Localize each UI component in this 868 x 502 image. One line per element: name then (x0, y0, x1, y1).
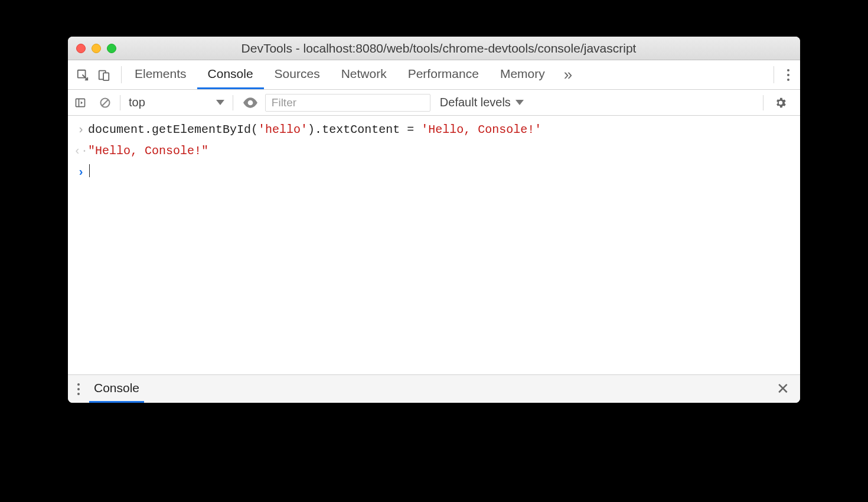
clear-console-icon[interactable] (93, 90, 118, 116)
console-settings-icon[interactable] (766, 96, 795, 109)
drawer-tab-label: Console (94, 381, 139, 395)
console-code: document.getElementById('hello').textCon… (88, 120, 541, 139)
tab-label: Network (341, 67, 387, 81)
customize-devtools-button[interactable] (776, 60, 800, 89)
tab-network[interactable]: Network (331, 60, 397, 89)
console-prompt-input[interactable] (88, 163, 90, 182)
tab-label: Sources (275, 67, 320, 81)
svg-rect-3 (76, 99, 85, 106)
tab-label: Elements (135, 67, 187, 81)
titlebar: DevTools - localhost:8080/web/tools/chro… (68, 37, 800, 60)
filter-input[interactable] (272, 96, 424, 109)
filter-input-wrapper (265, 94, 430, 112)
tab-elements[interactable]: Elements (124, 60, 197, 89)
minimize-window-button[interactable] (92, 44, 101, 53)
tab-label: Console (208, 67, 253, 81)
close-drawer-icon[interactable]: ✕ (766, 380, 800, 398)
console-input-line: › document.getElementById('hello').textC… (68, 119, 800, 141)
tab-label: Performance (408, 67, 479, 81)
drawer-tab-console[interactable]: Console (89, 375, 144, 403)
overflow-glyph: » (564, 66, 572, 84)
output-marker-icon: ‹· (74, 142, 88, 161)
levels-label: Default levels (440, 96, 511, 109)
toggle-sidebar-icon[interactable] (68, 90, 93, 116)
device-toolbar-icon[interactable] (97, 69, 110, 82)
zoom-window-button[interactable] (107, 44, 116, 53)
window-title: DevTools - localhost:8080/web/tools/chro… (127, 41, 792, 56)
execution-context-select[interactable]: top (123, 96, 230, 109)
drawer: Console ✕ (68, 374, 800, 403)
input-marker-icon: › (74, 120, 88, 139)
inspect-element-icon[interactable] (76, 69, 89, 82)
panel-tabs: Elements Console Sources Network Perform… (68, 60, 800, 90)
traffic-lights (76, 44, 116, 53)
prompt-marker-icon: › (74, 163, 88, 182)
chevron-down-icon (216, 100, 224, 105)
console-output[interactable]: › document.getElementById('hello').textC… (68, 116, 800, 374)
svg-rect-2 (103, 73, 109, 80)
console-result: "Hello, Console!" (88, 142, 208, 161)
chevron-down-icon (515, 100, 524, 105)
tab-console[interactable]: Console (197, 60, 264, 89)
context-label: top (129, 96, 145, 109)
divider (763, 95, 763, 110)
drawer-menu-button[interactable] (68, 383, 89, 395)
divider (121, 66, 122, 83)
console-toolbar: top Default levels (68, 90, 800, 116)
log-levels-select[interactable]: Default levels (430, 96, 533, 109)
tab-memory[interactable]: Memory (490, 60, 556, 89)
tabs-overflow-button[interactable]: » (556, 60, 580, 89)
divider (233, 95, 233, 110)
divider (120, 95, 120, 110)
live-expression-icon[interactable] (236, 97, 265, 109)
tab-performance[interactable]: Performance (397, 60, 490, 89)
divider (774, 66, 774, 83)
console-output-line: ‹· "Hello, Console!" (68, 141, 800, 162)
devtools-window: DevTools - localhost:8080/web/tools/chro… (68, 37, 800, 403)
tab-label: Memory (500, 67, 545, 81)
close-window-button[interactable] (76, 44, 86, 53)
console-prompt-line[interactable]: › (68, 162, 800, 183)
tab-sources[interactable]: Sources (264, 60, 331, 89)
